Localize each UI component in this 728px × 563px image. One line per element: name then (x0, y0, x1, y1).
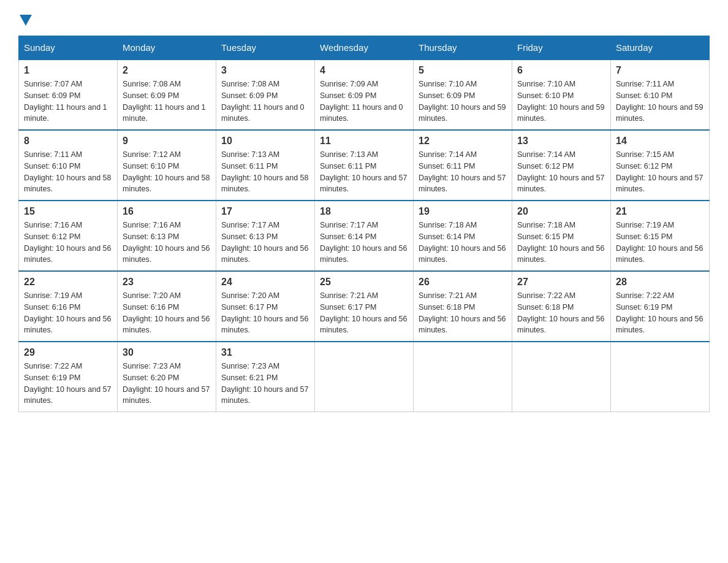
day-number: 30 (123, 347, 211, 358)
calendar-cell: 10Sunrise: 7:13 AMSunset: 6:11 PMDayligh… (216, 130, 315, 201)
day-number: 3 (221, 65, 309, 76)
calendar-cell: 7Sunrise: 7:11 AMSunset: 6:10 PMDaylight… (611, 59, 710, 130)
day-number: 15 (24, 206, 112, 217)
day-number: 25 (320, 277, 408, 288)
day-header-sunday: Sunday (19, 36, 118, 60)
day-info: Sunrise: 7:18 AMSunset: 6:14 PMDaylight:… (419, 220, 507, 266)
day-header-wednesday: Wednesday (315, 36, 414, 60)
day-info: Sunrise: 7:20 AMSunset: 6:16 PMDaylight:… (123, 290, 211, 336)
day-number: 29 (24, 347, 112, 358)
day-header-friday: Friday (512, 36, 611, 60)
calendar-cell: 21Sunrise: 7:19 AMSunset: 6:15 PMDayligh… (611, 201, 710, 271)
calendar-week-4: 22Sunrise: 7:19 AMSunset: 6:16 PMDayligh… (19, 271, 710, 342)
calendar-cell: 25Sunrise: 7:21 AMSunset: 6:17 PMDayligh… (315, 271, 414, 342)
day-info: Sunrise: 7:23 AMSunset: 6:21 PMDaylight:… (221, 361, 309, 407)
calendar-cell: 9Sunrise: 7:12 AMSunset: 6:10 PMDaylight… (118, 130, 216, 201)
day-info: Sunrise: 7:21 AMSunset: 6:17 PMDaylight:… (320, 290, 408, 336)
day-info: Sunrise: 7:13 AMSunset: 6:11 PMDaylight:… (320, 149, 408, 195)
day-number: 23 (123, 277, 211, 288)
calendar-cell: 27Sunrise: 7:22 AMSunset: 6:18 PMDayligh… (512, 271, 611, 342)
day-info: Sunrise: 7:10 AMSunset: 6:09 PMDaylight:… (419, 79, 507, 124)
day-number: 13 (517, 136, 605, 147)
day-number: 5 (419, 65, 507, 76)
calendar-week-5: 29Sunrise: 7:22 AMSunset: 6:19 PMDayligh… (19, 342, 710, 412)
day-number: 11 (320, 136, 408, 147)
day-number: 12 (419, 136, 507, 147)
calendar-cell: 29Sunrise: 7:22 AMSunset: 6:19 PMDayligh… (19, 342, 118, 412)
day-number: 6 (517, 65, 605, 76)
logo-arrow-icon (20, 15, 32, 26)
calendar-cell (414, 342, 512, 412)
page-header (18, 12, 710, 23)
calendar-cell (315, 342, 414, 412)
calendar-cell: 17Sunrise: 7:17 AMSunset: 6:13 PMDayligh… (216, 201, 315, 271)
day-info: Sunrise: 7:16 AMSunset: 6:12 PMDaylight:… (24, 220, 112, 266)
calendar-cell: 26Sunrise: 7:21 AMSunset: 6:18 PMDayligh… (414, 271, 512, 342)
day-info: Sunrise: 7:07 AMSunset: 6:09 PMDaylight:… (24, 79, 112, 124)
calendar-cell: 1Sunrise: 7:07 AMSunset: 6:09 PMDaylight… (19, 59, 118, 130)
calendar-cell (512, 342, 611, 412)
day-number: 26 (419, 277, 507, 288)
calendar-cell: 30Sunrise: 7:23 AMSunset: 6:20 PMDayligh… (118, 342, 216, 412)
day-info: Sunrise: 7:09 AMSunset: 6:09 PMDaylight:… (320, 79, 408, 124)
day-number: 14 (616, 136, 704, 147)
day-number: 24 (221, 277, 309, 288)
day-number: 22 (24, 277, 112, 288)
day-number: 8 (24, 136, 112, 147)
logo (18, 12, 32, 23)
day-info: Sunrise: 7:17 AMSunset: 6:14 PMDaylight:… (320, 220, 408, 266)
day-info: Sunrise: 7:23 AMSunset: 6:20 PMDaylight:… (123, 361, 211, 407)
day-info: Sunrise: 7:19 AMSunset: 6:15 PMDaylight:… (616, 220, 704, 266)
calendar-cell: 19Sunrise: 7:18 AMSunset: 6:14 PMDayligh… (414, 201, 512, 271)
calendar-cell: 6Sunrise: 7:10 AMSunset: 6:10 PMDaylight… (512, 59, 611, 130)
day-info: Sunrise: 7:19 AMSunset: 6:16 PMDaylight:… (24, 290, 112, 336)
day-info: Sunrise: 7:12 AMSunset: 6:10 PMDaylight:… (123, 149, 211, 195)
day-number: 9 (123, 136, 211, 147)
day-number: 2 (123, 65, 211, 76)
day-info: Sunrise: 7:08 AMSunset: 6:09 PMDaylight:… (123, 79, 211, 124)
calendar-cell: 3Sunrise: 7:08 AMSunset: 6:09 PMDaylight… (216, 59, 315, 130)
day-header-thursday: Thursday (414, 36, 512, 60)
calendar-body: 1Sunrise: 7:07 AMSunset: 6:09 PMDaylight… (19, 59, 710, 412)
calendar-table: SundayMondayTuesdayWednesdayThursdayFrid… (18, 36, 710, 412)
header-row: SundayMondayTuesdayWednesdayThursdayFrid… (19, 36, 710, 60)
day-info: Sunrise: 7:17 AMSunset: 6:13 PMDaylight:… (221, 220, 309, 266)
calendar-cell: 13Sunrise: 7:14 AMSunset: 6:12 PMDayligh… (512, 130, 611, 201)
calendar-cell: 15Sunrise: 7:16 AMSunset: 6:12 PMDayligh… (19, 201, 118, 271)
calendar-week-1: 1Sunrise: 7:07 AMSunset: 6:09 PMDaylight… (19, 59, 710, 130)
day-info: Sunrise: 7:22 AMSunset: 6:18 PMDaylight:… (517, 290, 605, 336)
day-info: Sunrise: 7:16 AMSunset: 6:13 PMDaylight:… (123, 220, 211, 266)
day-info: Sunrise: 7:11 AMSunset: 6:10 PMDaylight:… (24, 149, 112, 195)
day-number: 4 (320, 65, 408, 76)
calendar-cell: 22Sunrise: 7:19 AMSunset: 6:16 PMDayligh… (19, 271, 118, 342)
day-header-saturday: Saturday (611, 36, 710, 60)
calendar-cell (611, 342, 710, 412)
calendar-cell: 12Sunrise: 7:14 AMSunset: 6:11 PMDayligh… (414, 130, 512, 201)
day-number: 17 (221, 206, 309, 217)
day-info: Sunrise: 7:08 AMSunset: 6:09 PMDaylight:… (221, 79, 309, 124)
day-info: Sunrise: 7:21 AMSunset: 6:18 PMDaylight:… (419, 290, 507, 336)
calendar-week-2: 8Sunrise: 7:11 AMSunset: 6:10 PMDaylight… (19, 130, 710, 201)
day-info: Sunrise: 7:10 AMSunset: 6:10 PMDaylight:… (517, 79, 605, 124)
day-info: Sunrise: 7:20 AMSunset: 6:17 PMDaylight:… (221, 290, 309, 336)
day-info: Sunrise: 7:22 AMSunset: 6:19 PMDaylight:… (24, 361, 112, 407)
day-header-tuesday: Tuesday (216, 36, 315, 60)
day-number: 10 (221, 136, 309, 147)
day-info: Sunrise: 7:18 AMSunset: 6:15 PMDaylight:… (517, 220, 605, 266)
calendar-cell: 8Sunrise: 7:11 AMSunset: 6:10 PMDaylight… (19, 130, 118, 201)
day-info: Sunrise: 7:11 AMSunset: 6:10 PMDaylight:… (616, 79, 704, 124)
day-info: Sunrise: 7:15 AMSunset: 6:12 PMDaylight:… (616, 149, 704, 195)
day-info: Sunrise: 7:22 AMSunset: 6:19 PMDaylight:… (616, 290, 704, 336)
day-number: 27 (517, 277, 605, 288)
calendar-cell: 23Sunrise: 7:20 AMSunset: 6:16 PMDayligh… (118, 271, 216, 342)
day-info: Sunrise: 7:14 AMSunset: 6:11 PMDaylight:… (419, 149, 507, 195)
calendar-header: SundayMondayTuesdayWednesdayThursdayFrid… (19, 36, 710, 60)
calendar-cell: 31Sunrise: 7:23 AMSunset: 6:21 PMDayligh… (216, 342, 315, 412)
day-number: 18 (320, 206, 408, 217)
day-number: 16 (123, 206, 211, 217)
calendar-cell: 14Sunrise: 7:15 AMSunset: 6:12 PMDayligh… (611, 130, 710, 201)
day-number: 1 (24, 65, 112, 76)
day-header-monday: Monday (118, 36, 216, 60)
calendar-cell: 4Sunrise: 7:09 AMSunset: 6:09 PMDaylight… (315, 59, 414, 130)
day-number: 21 (616, 206, 704, 217)
